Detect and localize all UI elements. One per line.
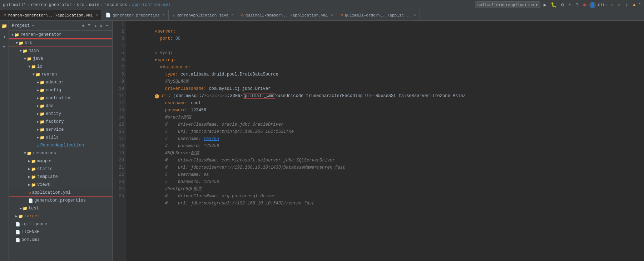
ln-18: 18	[113, 142, 124, 150]
breadcrumb-renren-generator[interactable]: renren-generator	[31, 3, 72, 8]
close-tab-1[interactable]: ×	[96, 13, 98, 17]
breadcrumb-gulimall1[interactable]: gulimall1	[3, 3, 26, 8]
coverage-icon[interactable]: ⚙	[560, 1, 565, 9]
folder-icon-src: 📁	[19, 41, 24, 45]
tree-item-gitignore[interactable]: 📄 .gitignore	[9, 220, 112, 228]
tab-member-application[interactable]: ⚙ gulimall-member\...\application.yml ×	[237, 10, 337, 20]
breadcrumb-src[interactable]: src	[76, 3, 84, 8]
ln-23: 23	[113, 178, 124, 185]
tab-renren-application[interactable]: ☕ RenrenApplication.java ×	[169, 10, 237, 20]
tree-item-adaptor[interactable]: ▶ 📁 adaptor	[9, 78, 112, 86]
ln-10: 10	[113, 85, 124, 92]
app-selector[interactable]: GulimallOrderApplication ▾	[475, 1, 540, 8]
tree-item-template[interactable]: ▶ 📁 template	[9, 173, 112, 181]
tree-item-dao[interactable]: ▶ 📁 dao	[9, 102, 112, 110]
stop-icon[interactable]: ■	[582, 1, 587, 9]
project-icon[interactable]: 📁	[0, 22, 8, 30]
help-icon[interactable]: ?	[575, 1, 580, 9]
tab-label-4: gulimall-member\...\application.yml	[246, 13, 328, 18]
tree-item-license[interactable]: 📄 LICENSE	[9, 228, 112, 236]
tree-item-config[interactable]: ▶ 📁 config	[9, 86, 112, 94]
tree-item-resources[interactable]: ▼ 📁 resources	[9, 149, 112, 157]
avatar-icon[interactable]: 👤	[589, 2, 596, 8]
val-username: root	[191, 101, 201, 106]
fold-1[interactable]: ▼	[155, 30, 157, 34]
tab-application-yml[interactable]: ⚙ renren-generator\...\application.yml ×	[0, 10, 102, 20]
tree-item-application-yml[interactable]: ⚙ application.yml	[9, 189, 112, 197]
tree-item-java[interactable]: ▼ 📁 java	[9, 55, 112, 63]
git-check-icon[interactable]: ✓	[609, 1, 614, 9]
git-tick-icon[interactable]: ✓	[617, 1, 622, 9]
locate-icon[interactable]: ⊕	[81, 23, 86, 29]
tree-item-service[interactable]: ▶ 📁 service	[9, 126, 112, 134]
collapse-icon[interactable]: ≡	[87, 23, 92, 29]
kw-datasource: datasource:	[163, 65, 191, 70]
tree-item-views[interactable]: ▶ 📁 views	[9, 181, 112, 189]
chevron-down-icon-tree: ▾	[32, 24, 34, 28]
val-type: com.alibaba.druid.pool.DruidDataSource	[180, 72, 278, 77]
tree-item-src[interactable]: ▼ 📁 src	[9, 39, 112, 47]
tree-label-controller: controller	[46, 96, 71, 101]
tab-bar: ⚙ renren-generator\...\application.yml ×…	[0, 10, 644, 21]
tree-item-entity[interactable]: ▶ 📁 entity	[9, 110, 112, 118]
val-driver: com.mysql.cj.jdbc.Driver	[209, 86, 271, 91]
tab-generator-properties[interactable]: 📄 generator.properties ×	[102, 10, 169, 20]
code-line-6: ▼datasource:	[129, 57, 637, 64]
tree-item-io[interactable]: ▼ 📁 io	[9, 63, 112, 71]
folder-target: 📁	[18, 214, 23, 219]
ln-7: 7	[113, 64, 124, 71]
tree-item-generator-properties[interactable]: 📄 generator.properties	[9, 197, 112, 204]
close-tab-4[interactable]: ×	[331, 13, 333, 17]
tree-item-factory[interactable]: ▶ 📁 factory	[9, 118, 112, 126]
comment-postgresql-driver: # driverClassName: org.postgresql.Driver	[165, 194, 276, 199]
tree-label-target: target	[24, 214, 40, 219]
close-tab-5[interactable]: ×	[414, 13, 416, 17]
arrow-factory: ▶	[37, 120, 39, 124]
breadcrumb-file[interactable]: application.yml	[132, 3, 170, 8]
warning-icon[interactable]: !	[155, 94, 159, 98]
close-tab-2[interactable]: ×	[163, 13, 165, 17]
val-url-params: ?useUnicode=true&characterEncoding=UTF-8…	[275, 93, 466, 98]
breadcrumb-resources[interactable]: resources	[104, 3, 127, 8]
tree-item-renren[interactable]: ▼ 📁 renren	[9, 71, 112, 78]
arrow-adaptor: ▶	[37, 80, 39, 84]
tree-item-renrenapplication[interactable]: ☕ RenrenApplication	[9, 141, 112, 149]
code-line-3	[129, 35, 637, 42]
sort-icon[interactable]: ⇅	[93, 23, 98, 29]
tree-item-test[interactable]: ▶ 📁 test	[9, 204, 112, 212]
structure-icon[interactable]: ≡	[2, 44, 7, 51]
breadcrumb-main[interactable]: main	[89, 3, 99, 8]
fold-6[interactable]: ▼	[160, 66, 162, 69]
tree-item-renren-generator[interactable]: ▼ 📁 renren-generator	[9, 31, 112, 39]
fold-5[interactable]: ▼	[155, 58, 157, 62]
git-push-icon[interactable]: ↑	[624, 1, 629, 9]
tree-item-target[interactable]: ▶ 📁 target	[9, 212, 112, 220]
gear-icon[interactable]: ⚙	[99, 23, 104, 29]
run-icon[interactable]: ▶	[543, 1, 548, 9]
app-name: GulimallOrderApplication	[477, 3, 534, 7]
close-tab-3[interactable]: ×	[231, 13, 233, 17]
tree-label-java: java	[33, 56, 43, 61]
tree-label-src: src	[25, 40, 33, 45]
ln-22: 22	[113, 171, 124, 178]
tab-order-application[interactable]: ⚙ gulimall-order\...\applic... ×	[337, 10, 420, 20]
tree-item-static[interactable]: ▶ 📁 static	[9, 165, 112, 173]
profile-icon[interactable]: ⚡	[568, 1, 573, 9]
arrow-entity: ▶	[37, 112, 39, 116]
minimize-icon[interactable]: —	[105, 23, 109, 29]
tree-item-mapper[interactable]: ▶ 📁 mapper	[9, 157, 112, 165]
tree-label-application-yml: application.yml	[32, 190, 71, 195]
debug-icon[interactable]: 🐛	[550, 1, 558, 9]
license-icon: 📄	[15, 230, 20, 235]
tree-item-utils[interactable]: ▶ 📁 utils	[9, 134, 112, 141]
tree-item-controller[interactable]: ▶ 📁 controller	[9, 94, 112, 102]
tree-label-renrenapplication: RenrenApplication	[40, 143, 84, 148]
tree-item-main[interactable]: ▼ 📁 main	[9, 47, 112, 55]
tree-item-pom[interactable]: 📄 pom.xml	[9, 236, 112, 244]
code-content[interactable]: 1 2 3 4 5 6 7 8 9 10 11 12 13 14 15 16 1…	[113, 21, 644, 261]
code-line-19: # driverClassName: com.microsoft.sqlserv…	[129, 150, 637, 157]
folder-dao: 📁	[40, 104, 45, 108]
props-icon-2: 📄	[105, 13, 111, 18]
tree-label-static: static	[37, 166, 53, 171]
commit-icon[interactable]: ⬆	[2, 33, 7, 41]
